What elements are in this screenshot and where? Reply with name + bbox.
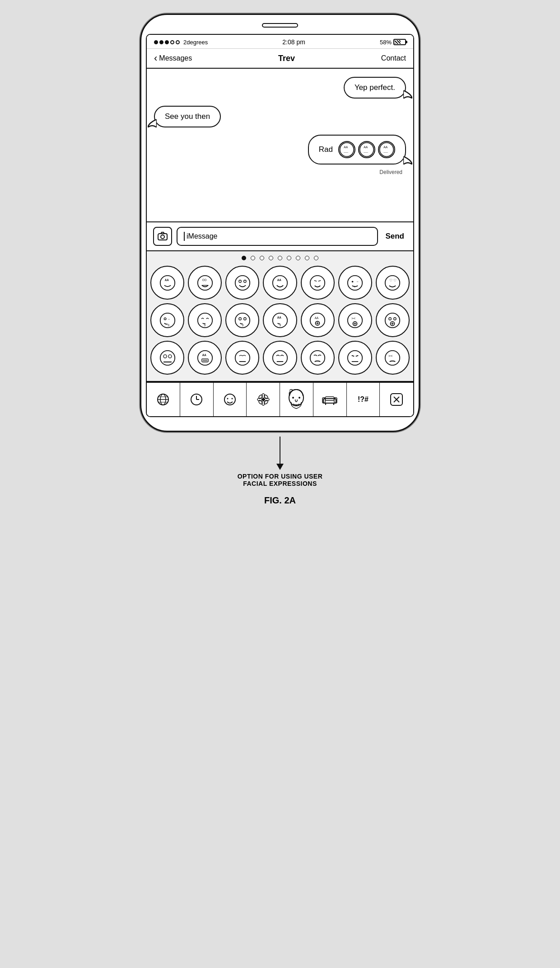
- globe-icon: [156, 393, 170, 406]
- emoji-1-1[interactable]: AA: [150, 266, 184, 300]
- message-input[interactable]: iMessage: [177, 227, 378, 246]
- emoji-2-2[interactable]: 3: [188, 303, 222, 337]
- emoji-1-6[interactable]: ~L: [338, 266, 372, 300]
- status-bar: 2degrees 2:08 pm 58%: [147, 35, 413, 49]
- battery-fill: [395, 40, 401, 44]
- status-time: 2:08 pm: [282, 38, 305, 46]
- svg-point-90: [262, 398, 265, 401]
- svg-text:~: ~: [168, 317, 169, 321]
- page-dot-4[interactable]: [269, 256, 273, 260]
- emoji-2-1[interactable]: ~3: [150, 303, 184, 337]
- emoji-3-7[interactable]: ><: [376, 341, 410, 375]
- svg-text:~: ~: [357, 280, 359, 284]
- toolbar-globe[interactable]: [147, 383, 180, 416]
- toolbar-flower[interactable]: [247, 383, 280, 416]
- svg-point-11: [160, 275, 174, 290]
- emoji-3-2[interactable]: AA: [188, 341, 222, 375]
- emoji-3-5[interactable]: [301, 341, 335, 375]
- nav-bar: ‹ Messages Trev Contact: [147, 49, 413, 69]
- contact-button[interactable]: Contact: [381, 54, 406, 62]
- toolbar-delete[interactable]: [380, 383, 413, 416]
- svg-text:___: ___: [363, 150, 369, 153]
- camera-button[interactable]: [153, 227, 172, 246]
- emoji-1-3[interactable]: [225, 266, 259, 300]
- svg-text:3: 3: [242, 323, 243, 327]
- svg-point-59: [160, 351, 174, 365]
- emoji-3-1[interactable]: [150, 341, 184, 375]
- svg-text:3: 3: [204, 323, 205, 327]
- emoji-toolbar: !?#: [147, 382, 413, 416]
- status-right: 58%: [380, 39, 406, 46]
- message-bubble-3: Rad AA ___ AA ___: [308, 135, 406, 164]
- emoji-face-sm-1: AA ___: [338, 141, 355, 158]
- speaker: [262, 23, 298, 28]
- emoji-2-5[interactable]: AA: [301, 303, 335, 337]
- toolbar-clock[interactable]: [180, 383, 214, 416]
- toolbar-sofa[interactable]: [313, 383, 347, 416]
- sofa-icon: [322, 393, 337, 406]
- svg-point-72: [310, 351, 325, 365]
- delete-icon: [390, 393, 403, 406]
- page-dot-8[interactable]: [305, 256, 309, 260]
- emoji-2-4[interactable]: AA3: [263, 303, 297, 337]
- svg-point-3: [360, 143, 374, 157]
- toolbar-smiley[interactable]: [214, 383, 247, 416]
- send-button[interactable]: Send: [383, 230, 407, 243]
- emoji-3-6[interactable]: [338, 341, 372, 375]
- dot5: [176, 40, 180, 44]
- page-dot-2[interactable]: [251, 256, 255, 260]
- svg-text:3: 3: [279, 323, 281, 327]
- page-dot-7[interactable]: [296, 256, 300, 260]
- svg-point-0: [340, 143, 354, 157]
- status-left: 2degrees: [154, 39, 208, 46]
- carrier-name: 2degrees: [183, 39, 208, 46]
- svg-point-100: [292, 397, 294, 399]
- svg-point-10: [161, 235, 164, 239]
- emoji-2-3[interactable]: 3: [225, 303, 259, 337]
- svg-text:AA: AA: [164, 278, 169, 282]
- back-chevron-icon: ‹: [154, 53, 157, 63]
- svg-point-28: [385, 275, 400, 290]
- emoji-group: Rad AA ___ AA ___: [319, 141, 395, 158]
- svg-point-16: [235, 275, 250, 290]
- annotation-area: OPTION FOR USING USERFACIAL EXPRESSIONS: [238, 437, 323, 487]
- input-placeholder: iMessage: [187, 232, 217, 240]
- svg-text:___: ___: [343, 150, 349, 153]
- emoji-2-6[interactable]: ><: [338, 303, 372, 337]
- emoji-3-4[interactable]: [263, 341, 297, 375]
- smiley-icon: [223, 393, 237, 406]
- hash-label: !?#: [358, 395, 369, 404]
- page-dot-6[interactable]: [287, 256, 291, 260]
- message-row-2: See you then: [154, 106, 406, 127]
- bubble-tail-right-1: [403, 90, 412, 99]
- svg-point-63: [198, 351, 212, 365]
- page-dot-3[interactable]: [260, 256, 264, 260]
- clock-icon: [190, 393, 203, 406]
- emoji-3-3[interactable]: [225, 341, 259, 375]
- bubble-tail-left-2: [148, 119, 157, 127]
- emoji-row-2: ~3 3 3 AA3 AA ><: [150, 303, 410, 337]
- emoji-1-2[interactable]: OO: [188, 266, 222, 300]
- arrow-line: [280, 437, 280, 464]
- svg-text:3: 3: [168, 323, 169, 327]
- page-dot-1[interactable]: [242, 256, 246, 260]
- page-dot-5[interactable]: [278, 256, 282, 260]
- emoji-2-7[interactable]: [376, 303, 410, 337]
- arrow-head: [276, 464, 284, 470]
- emoji-1-4[interactable]: AA: [263, 266, 297, 300]
- emoji-1-5[interactable]: [301, 266, 335, 300]
- svg-text:AA: AA: [277, 278, 282, 282]
- back-button[interactable]: ‹ Messages: [154, 53, 192, 63]
- bubble-tail-right-3: [403, 156, 412, 164]
- page-dot-9[interactable]: [314, 256, 318, 260]
- msg3-text: Rad: [319, 145, 333, 154]
- emoji-1-7[interactable]: ♡ ♡: [376, 266, 410, 300]
- svg-text:><: ><: [388, 354, 393, 358]
- toolbar-hash[interactable]: !?#: [347, 383, 380, 416]
- battery-icon: [393, 39, 406, 45]
- toolbar-user-face[interactable]: [280, 383, 313, 416]
- signal-indicator: [154, 40, 180, 44]
- svg-point-88: [227, 398, 228, 399]
- message-bubble-1: Yep perfect.: [344, 77, 406, 99]
- dot1: [154, 40, 158, 44]
